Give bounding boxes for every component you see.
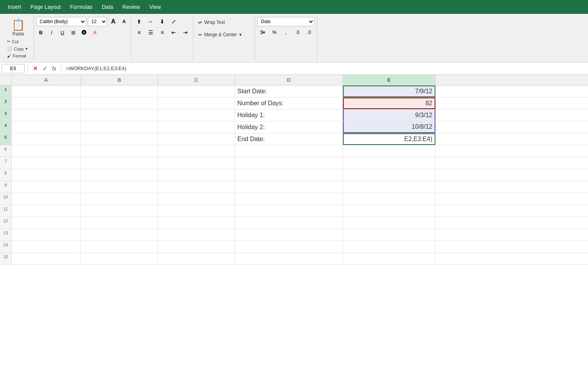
cell-b11[interactable] [81,205,158,217]
col-header-e[interactable]: E [343,75,435,85]
cell-b15[interactable] [81,253,158,264]
col-header-c[interactable]: C [158,75,235,85]
fill-color-button[interactable]: 🅐 [79,28,89,37]
cell-a14[interactable] [12,241,81,252]
menu-view[interactable]: View [144,2,165,12]
format-painter-button[interactable]: 🖌 Format [5,53,31,59]
cell-d9[interactable] [235,181,343,193]
cell-b7[interactable] [81,157,158,169]
cell-a2[interactable] [12,98,81,109]
cell-a6[interactable] [12,145,81,157]
orientation-button[interactable]: ⤢ [168,17,179,26]
col-header-d[interactable]: D [235,75,343,85]
align-top-button[interactable]: ⬆ [134,17,144,26]
cell-a11[interactable] [12,205,81,217]
cell-a1[interactable] [12,86,81,97]
decrease-indent-button[interactable]: ⇤ [168,28,179,37]
cell-a7[interactable] [12,157,81,169]
menu-formulas[interactable]: Formulas [66,2,97,12]
align-right-button[interactable]: ≡ [157,28,168,37]
cell-c3[interactable] [158,109,235,121]
cell-b5[interactable] [81,133,158,145]
percent-button[interactable]: % [269,28,280,37]
cell-d4[interactable]: Holiday 2: [235,121,343,133]
cell-b4[interactable] [81,121,158,133]
cell-b12[interactable] [81,217,158,229]
cell-c11[interactable] [158,205,235,217]
cell-c12[interactable] [158,217,235,229]
cell-d2[interactable]: Number of Days: [235,98,343,109]
cell-a13[interactable] [12,229,81,241]
font-size-select[interactable]: 12 [88,17,107,26]
cell-b10[interactable] [81,193,158,205]
cell-d3[interactable]: Holiday 1: [235,109,343,121]
cell-a15[interactable] [12,253,81,264]
underline-button[interactable]: U [58,28,67,37]
dollar-button[interactable]: $▾ [257,28,268,37]
cell-a12[interactable] [12,217,81,229]
cell-d6[interactable] [235,145,343,157]
font-name-select[interactable]: Calibri (Body) [36,17,86,26]
cell-c8[interactable] [158,169,235,181]
align-center-button[interactable]: ☰ [145,28,156,37]
merge-center-button[interactable]: ⇔ Merge & Center ▾ [196,29,252,40]
cell-c6[interactable] [158,145,235,157]
comma-button[interactable]: , [281,28,291,37]
cell-b6[interactable] [81,145,158,157]
font-grow-button[interactable]: A [109,17,118,26]
align-bottom-button[interactable]: ⬇ [157,17,168,26]
cell-c5[interactable] [158,133,235,145]
cell-a8[interactable] [12,169,81,181]
cell-e14[interactable] [343,241,435,252]
number-format-select[interactable]: Date General Number Currency [257,17,314,26]
border-button[interactable]: ⊞ [69,28,78,37]
cell-b2[interactable] [81,98,158,109]
cell-c7[interactable] [158,157,235,169]
cell-e6[interactable] [343,145,435,157]
cell-e7[interactable] [343,157,435,169]
cell-e2[interactable]: 82 [343,98,435,109]
cell-b9[interactable] [81,181,158,193]
cell-b14[interactable] [81,241,158,252]
cell-d14[interactable] [235,241,343,252]
cell-c4[interactable] [158,121,235,133]
cell-c13[interactable] [158,229,235,241]
cell-d15[interactable] [235,253,343,264]
cell-c1[interactable] [158,86,235,97]
cell-d5[interactable]: End Date: [235,133,343,145]
cell-e5[interactable]: E2,E3:E4) [343,133,435,145]
formula-confirm-button[interactable]: ✓ [41,64,49,73]
cell-d7[interactable] [235,157,343,169]
cut-button[interactable]: ✂ Cut [5,38,31,45]
align-middle-button[interactable]: ↔ [145,17,156,26]
increase-decimal-button[interactable]: .0 [292,28,303,37]
cell-c10[interactable] [158,193,235,205]
cell-e10[interactable] [343,193,435,205]
cell-d13[interactable] [235,229,343,241]
cell-b13[interactable] [81,229,158,241]
cell-b1[interactable] [81,86,158,97]
cell-e8[interactable] [343,169,435,181]
menu-insert[interactable]: Insert [3,2,26,12]
cell-e4[interactable]: 10/8/12 [343,121,435,133]
cell-d10[interactable] [235,193,343,205]
cell-d11[interactable] [235,205,343,217]
cell-b3[interactable] [81,109,158,121]
cell-a9[interactable] [12,181,81,193]
align-left-button[interactable]: ≡ [134,28,144,37]
formula-input[interactable] [64,64,586,73]
cell-a10[interactable] [12,193,81,205]
cell-e1[interactable]: 7/9/12 [343,86,435,97]
increase-indent-button[interactable]: ⇥ [180,28,191,37]
cell-c9[interactable] [158,181,235,193]
paste-button[interactable]: 📋 Paste [5,17,31,38]
cell-reference-input[interactable] [2,64,25,73]
cell-d1[interactable]: Start Date: [235,86,343,97]
cell-a4[interactable] [12,121,81,133]
cell-b8[interactable] [81,169,158,181]
cell-a3[interactable] [12,109,81,121]
bold-button[interactable]: B [36,28,45,37]
menu-review[interactable]: Review [118,2,145,12]
cell-e13[interactable] [343,229,435,241]
cell-e11[interactable] [343,205,435,217]
